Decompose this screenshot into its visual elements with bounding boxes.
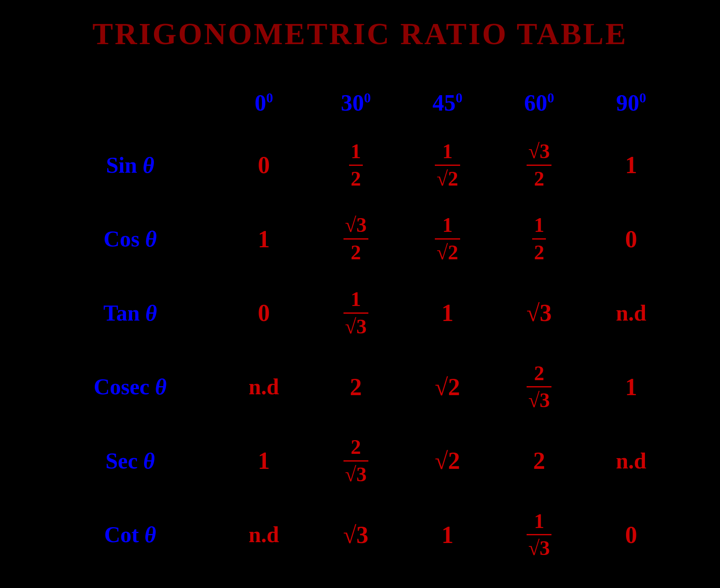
sec-0: 1 — [217, 424, 310, 498]
cos-90: 0 — [585, 202, 677, 276]
page-title: TRIGONOMETRIC RATIO TABLE — [43, 16, 678, 52]
sec-row: Sec θ 1 2 √3 √2 2 n.d — [43, 424, 678, 498]
sin-90: 1 — [585, 128, 677, 202]
angle-60: 600 — [493, 78, 585, 128]
cosec-label: Cosec θ — [43, 350, 218, 424]
cot-90: 0 — [585, 498, 677, 572]
cosec-45: √2 — [402, 350, 494, 424]
tan-45: 1 — [402, 276, 494, 350]
angle-30: 300 — [310, 78, 402, 128]
tan-row: Tan θ 0 1 √3 1 √3 n.d — [43, 276, 678, 350]
sec-30: 2 √3 — [310, 424, 402, 498]
cot-30: √3 — [310, 498, 402, 572]
sin-label: Sin θ — [43, 128, 218, 202]
cot-row: Cot θ n.d √3 1 1 √3 0 — [43, 498, 678, 572]
angle-0: 00 — [217, 78, 310, 128]
sec-45: √2 — [402, 424, 494, 498]
sec-label: Sec θ — [43, 424, 218, 498]
sin-45: 1 √2 — [402, 128, 494, 202]
tan-60: √3 — [493, 276, 585, 350]
cosec-row: Cosec θ n.d 2 √2 2 √3 1 — [43, 350, 678, 424]
cosec-60: 2 √3 — [493, 350, 585, 424]
empty-header — [43, 78, 218, 128]
cos-30: √3 2 — [310, 202, 402, 276]
angle-90: 900 — [585, 78, 677, 128]
main-container: TRIGONOMETRIC RATIO TABLE 00 300 450 600… — [17, 0, 703, 588]
sin-60: √3 2 — [493, 128, 585, 202]
cos-label: Cos θ — [43, 202, 218, 276]
cosec-90: 1 — [585, 350, 677, 424]
sec-90: n.d — [585, 424, 677, 498]
sin-row: Sin θ 0 1 2 1 √2 √3 — [43, 128, 678, 202]
angle-45: 450 — [402, 78, 494, 128]
cosec-30: 2 — [310, 350, 402, 424]
tan-label: Tan θ — [43, 276, 218, 350]
cot-45: 1 — [402, 498, 494, 572]
sec-60: 2 — [493, 424, 585, 498]
tan-90: n.d — [585, 276, 677, 350]
cot-label: Cot θ — [43, 498, 218, 572]
sin-30: 1 2 — [310, 128, 402, 202]
cos-0: 1 — [217, 202, 310, 276]
cos-45: 1 √2 — [402, 202, 494, 276]
cot-60: 1 √3 — [493, 498, 585, 572]
cos-row: Cos θ 1 √3 2 1 √2 1 — [43, 202, 678, 276]
tan-30: 1 √3 — [310, 276, 402, 350]
cos-60: 1 2 — [493, 202, 585, 276]
cot-0: n.d — [217, 498, 310, 572]
sin-0: 0 — [217, 128, 310, 202]
tan-0: 0 — [217, 276, 310, 350]
cosec-0: n.d — [217, 350, 310, 424]
trig-table: 00 300 450 600 900 Sin θ 0 1 2 — [43, 78, 678, 572]
